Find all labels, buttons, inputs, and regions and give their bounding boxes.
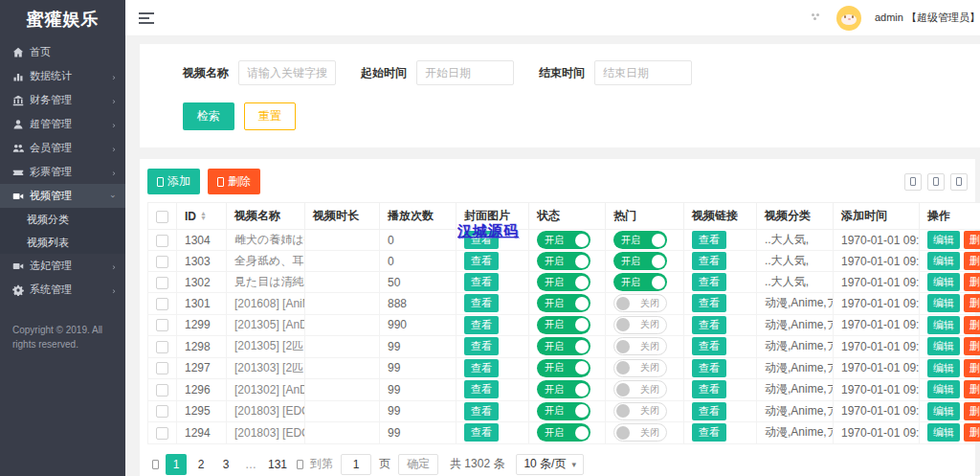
row-checkbox[interactable]: [156, 427, 168, 440]
link-view-button[interactable]: 查看: [692, 231, 726, 249]
row-delete-button[interactable]: 删除: [964, 231, 980, 249]
goto-confirm-button[interactable]: 确定: [398, 454, 438, 475]
row-delete-button[interactable]: 删除: [964, 380, 980, 398]
admin-username[interactable]: admin 【超级管理员】: [875, 11, 980, 25]
sidebar-subitem-视频列表[interactable]: 视频列表: [0, 231, 125, 254]
row-checkbox[interactable]: [156, 235, 168, 247]
cover-view-button[interactable]: 查看: [464, 273, 499, 291]
row-delete-button[interactable]: 删除: [964, 252, 980, 270]
cover-view-button[interactable]: 查看: [464, 423, 499, 442]
toggle-on[interactable]: 开启: [537, 423, 590, 442]
video-name-input[interactable]: [238, 60, 336, 85]
sidebar-item-系统管理[interactable]: 系统管理 ›: [0, 278, 125, 302]
edit-button[interactable]: 编辑: [927, 423, 960, 442]
cover-view-button[interactable]: 查看: [464, 359, 499, 377]
delete-button[interactable]: 删除: [208, 169, 260, 194]
link-view-button[interactable]: 查看: [692, 380, 726, 398]
reset-button[interactable]: 重置: [244, 102, 296, 130]
toggle-on[interactable]: 开启: [537, 273, 590, 291]
page-number-3[interactable]: 3: [215, 454, 236, 475]
row-checkbox[interactable]: [156, 256, 168, 268]
add-button[interactable]: 添加: [147, 169, 200, 194]
cover-view-button[interactable]: 查看: [464, 380, 499, 398]
menu-toggle-icon[interactable]: [139, 10, 154, 27]
sidebar-item-视频管理[interactable]: 视频管理 ›: [0, 184, 125, 208]
theme-palette-icon[interactable]: [809, 11, 823, 25]
toggle-on[interactable]: 开启: [537, 294, 590, 312]
prev-page-icon[interactable]: [149, 460, 162, 469]
link-view-button[interactable]: 查看: [692, 423, 726, 442]
edit-button[interactable]: 编辑: [927, 231, 960, 249]
row-checkbox[interactable]: [156, 298, 168, 310]
link-view-button[interactable]: 查看: [692, 337, 726, 355]
sidebar-item-数据统计[interactable]: 数据统计 ›: [0, 64, 125, 88]
toggle-on[interactable]: 开启: [537, 316, 590, 334]
cover-view-button[interactable]: 查看: [464, 337, 499, 355]
toggle-off[interactable]: 关闭: [613, 294, 667, 312]
toggle-off[interactable]: 关闭: [613, 402, 667, 420]
search-button[interactable]: 检索: [183, 102, 234, 130]
table-export-icon[interactable]: [927, 173, 945, 191]
toggle-on[interactable]: 开启: [537, 252, 590, 270]
start-date-input[interactable]: [416, 60, 514, 85]
link-view-button[interactable]: 查看: [692, 252, 726, 270]
table-filter-icon[interactable]: [904, 173, 922, 191]
toggle-off[interactable]: 关闭: [613, 337, 667, 355]
table-print-icon[interactable]: [950, 173, 968, 191]
next-page-icon[interactable]: [294, 460, 306, 469]
edit-button[interactable]: 编辑: [927, 316, 960, 334]
end-date-input[interactable]: [594, 60, 692, 85]
row-delete-button[interactable]: 删除: [964, 337, 980, 355]
link-view-button[interactable]: 查看: [692, 273, 726, 291]
goto-page-input[interactable]: [341, 454, 371, 475]
row-checkbox[interactable]: [156, 384, 168, 397]
row-delete-button[interactable]: 删除: [964, 423, 980, 442]
row-delete-button[interactable]: 删除: [964, 273, 980, 291]
toggle-on[interactable]: 开启: [537, 359, 590, 377]
edit-button[interactable]: 编辑: [927, 294, 960, 312]
sidebar-subitem-视频分类[interactable]: 视频分类: [0, 208, 125, 231]
toggle-on[interactable]: 开启: [613, 252, 667, 270]
row-delete-button[interactable]: 删除: [964, 294, 980, 312]
sidebar-item-彩票管理[interactable]: 彩票管理 ›: [0, 160, 125, 184]
sidebar-item-首页[interactable]: 首页: [0, 40, 125, 64]
toggle-on[interactable]: 开启: [537, 380, 590, 398]
cover-view-button[interactable]: 查看: [464, 252, 499, 270]
link-view-button[interactable]: 查看: [692, 402, 726, 420]
link-view-button[interactable]: 查看: [692, 359, 726, 377]
sidebar-item-超管管理[interactable]: 超管管理 ›: [0, 112, 125, 136]
toggle-off[interactable]: 关闭: [613, 316, 667, 334]
cover-view-button[interactable]: 查看: [464, 294, 499, 312]
edit-button[interactable]: 编辑: [927, 273, 960, 291]
row-checkbox[interactable]: [156, 341, 168, 353]
sidebar-item-选妃管理[interactable]: 选妃管理 ›: [0, 254, 125, 278]
page-number-2[interactable]: 2: [190, 454, 212, 475]
sort-icon[interactable]: ▲▼: [200, 212, 207, 221]
link-view-button[interactable]: 查看: [692, 294, 726, 312]
toggle-on[interactable]: 开启: [537, 337, 590, 355]
toggle-on[interactable]: 开启: [537, 402, 590, 420]
edit-button[interactable]: 编辑: [927, 359, 960, 377]
row-delete-button[interactable]: 删除: [964, 359, 980, 377]
link-view-button[interactable]: 查看: [692, 316, 726, 334]
toggle-off[interactable]: 关闭: [613, 423, 667, 442]
row-delete-button[interactable]: 删除: [964, 402, 980, 420]
cover-view-button[interactable]: 查看: [464, 316, 499, 334]
row-checkbox[interactable]: [156, 319, 168, 331]
row-checkbox[interactable]: [156, 405, 168, 418]
per-page-select[interactable]: 10 条/页 ▾: [516, 454, 584, 475]
toggle-off[interactable]: 关闭: [613, 359, 667, 377]
edit-button[interactable]: 编辑: [927, 337, 960, 355]
toggle-on[interactable]: 开启: [613, 231, 667, 249]
row-checkbox[interactable]: [156, 362, 168, 374]
avatar[interactable]: [836, 6, 861, 31]
row-delete-button[interactable]: 删除: [964, 316, 980, 334]
cover-view-button[interactable]: 查看: [464, 402, 499, 420]
col-header[interactable]: ID▲▼: [177, 203, 227, 230]
toggle-on[interactable]: 开启: [537, 231, 590, 249]
toggle-on[interactable]: 开启: [613, 273, 667, 291]
sidebar-item-财务管理[interactable]: 财务管理 ›: [0, 88, 125, 112]
edit-button[interactable]: 编辑: [927, 252, 960, 270]
sidebar-item-会员管理[interactable]: 会员管理 ›: [0, 136, 125, 160]
select-all-checkbox[interactable]: [156, 211, 168, 223]
